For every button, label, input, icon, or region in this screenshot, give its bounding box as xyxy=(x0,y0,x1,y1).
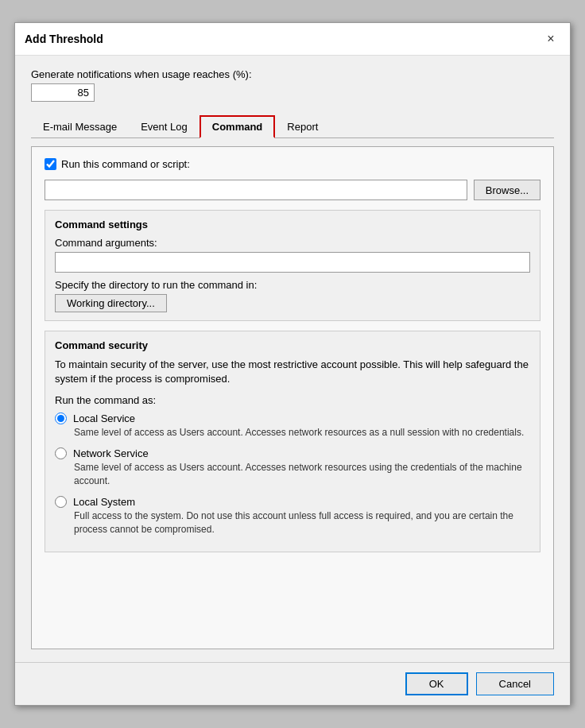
local-service-desc: Same level of access as Users account. A… xyxy=(74,426,530,440)
run-command-row: Run this command or script: xyxy=(45,158,540,170)
arguments-label: Command arguments: xyxy=(55,237,530,249)
command-text-input[interactable] xyxy=(45,180,467,200)
tab-bar: E-mail Message Event Log Command Report xyxy=(31,114,554,138)
cancel-button[interactable]: Cancel xyxy=(476,672,554,695)
settings-title: Command settings xyxy=(55,219,530,230)
local-service-row: Local Service xyxy=(55,412,530,424)
network-service-option: Network Service Same level of access as … xyxy=(55,447,530,488)
command-settings-box: Command settings Command arguments: Spec… xyxy=(45,210,540,321)
local-service-radio[interactable] xyxy=(55,412,67,424)
network-service-label: Network Service xyxy=(73,447,149,459)
run-command-checkbox[interactable] xyxy=(45,158,56,170)
local-system-row: Local System xyxy=(55,496,530,508)
usage-input[interactable]: 85 xyxy=(31,83,95,102)
security-section: Command security To maintain security of… xyxy=(45,331,540,552)
local-service-label: Local Service xyxy=(73,412,135,424)
dialog-title: Add Threshold xyxy=(25,33,103,45)
specify-text: Specify the directory to run the command… xyxy=(55,279,530,291)
title-bar: Add Threshold × xyxy=(15,23,570,56)
tab-command[interactable]: Command xyxy=(200,115,276,138)
network-service-desc: Same level of access as Users account. A… xyxy=(74,461,530,488)
arguments-input[interactable] xyxy=(55,252,530,273)
dialog-body: Generate notifications when usage reache… xyxy=(15,56,570,662)
local-system-desc: Full access to the system. Do not use th… xyxy=(74,509,530,536)
working-dir-button[interactable]: Working directory... xyxy=(55,294,167,312)
local-system-radio[interactable] xyxy=(55,496,67,508)
run-command-label: Run this command or script: xyxy=(61,158,190,170)
tab-email[interactable]: E-mail Message xyxy=(31,115,129,138)
network-service-radio[interactable] xyxy=(55,447,67,459)
security-desc: To maintain security of the server, use … xyxy=(55,358,530,386)
run-command-checkbox-label: Run this command or script: xyxy=(45,158,190,170)
dialog-footer: OK Cancel xyxy=(15,662,570,705)
usage-label: Generate notifications when usage reache… xyxy=(31,68,554,80)
network-service-row: Network Service xyxy=(55,447,530,459)
command-panel: Run this command or script: Browse... Co… xyxy=(31,146,554,649)
run-as-label: Run the command as: xyxy=(55,394,530,406)
ok-button[interactable]: OK xyxy=(405,672,468,695)
local-service-option: Local Service Same level of access as Us… xyxy=(55,412,530,440)
browse-button[interactable]: Browse... xyxy=(474,180,540,200)
local-system-label: Local System xyxy=(73,496,135,508)
close-button[interactable]: × xyxy=(541,29,560,48)
tab-report[interactable]: Report xyxy=(275,115,330,138)
command-input-row: Browse... xyxy=(45,180,540,200)
local-system-option: Local System Full access to the system. … xyxy=(55,496,530,536)
tab-eventlog[interactable]: Event Log xyxy=(129,115,200,138)
usage-row: Generate notifications when usage reache… xyxy=(31,68,554,102)
security-title: Command security xyxy=(55,339,530,351)
add-threshold-dialog: Add Threshold × Generate notifications w… xyxy=(14,22,571,706)
